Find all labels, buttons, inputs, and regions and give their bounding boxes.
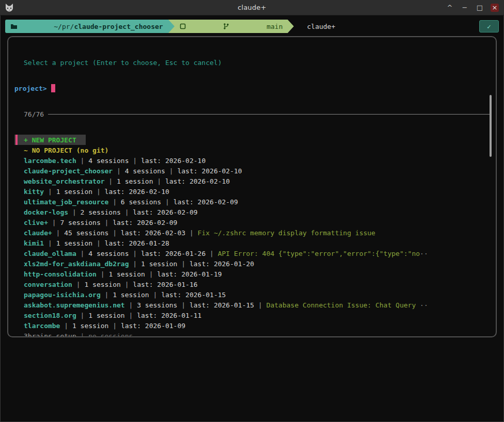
separator: | bbox=[92, 239, 104, 247]
terminal-content: ~/pr/claude-project_chooser bbox=[0, 15, 504, 422]
project-name: larcombe.tech bbox=[24, 157, 76, 165]
separator: | bbox=[48, 219, 60, 226]
project-name: conversation bbox=[24, 281, 72, 288]
separator: | bbox=[101, 291, 113, 299]
prompt-bar: ~/pr/claude-project_chooser bbox=[5, 20, 499, 33]
separator: | bbox=[108, 229, 120, 237]
separator: | bbox=[76, 250, 88, 257]
separator: | bbox=[76, 312, 88, 319]
last-date: last: 2026-02-10 bbox=[177, 167, 242, 175]
list-item[interactable]: section18.org | 1 session | last: 2026-0… bbox=[14, 310, 492, 320]
session-count: no sessions bbox=[88, 332, 133, 338]
session-description: API Error: 404 {"type":"error","error":{… bbox=[218, 250, 420, 257]
shade-button[interactable]: ^ bbox=[446, 4, 454, 12]
project-name: tlarcombe bbox=[24, 322, 60, 330]
list-item[interactable]: http-consolidation | 1 session | last: 2… bbox=[14, 269, 492, 279]
list-item-content: conversation | 1 session | last: 2026-01… bbox=[24, 279, 198, 289]
list-item-content: claude+ | 45 sessions | last: 2026-02-03… bbox=[24, 228, 375, 238]
separator: | bbox=[206, 250, 217, 257]
text-cursor bbox=[51, 84, 55, 92]
list-item-content: docker-logs | 2 sessions | last: 2026-02… bbox=[24, 207, 198, 217]
minimize-button[interactable]: − bbox=[461, 4, 469, 12]
project-list: + NEW PROJECT~ NO PROJECT (no git)larcom… bbox=[14, 135, 492, 337]
git-segment[interactable]: main bbox=[175, 20, 288, 33]
list-item[interactable]: + NEW PROJECT bbox=[14, 135, 492, 145]
list-item[interactable]: clive+ | 7 sessions | last: 2026-02-09 bbox=[14, 217, 492, 228]
project-name: claude_ollama bbox=[24, 250, 76, 257]
item-label: + NEW PROJECT bbox=[24, 136, 76, 144]
list-item[interactable]: 3brains-setup | no sessions bbox=[14, 331, 492, 337]
list-item[interactable]: claude_ollama | 4 sessions | last: 2026-… bbox=[14, 248, 492, 258]
session-count: 1 session bbox=[141, 260, 177, 268]
list-item[interactable]: kitty | 1 session | last: 2026-02-10 bbox=[14, 186, 492, 197]
list-item-content: papagou-isichia.org | 1 session | last: … bbox=[24, 289, 226, 300]
separator-line bbox=[48, 114, 491, 115]
list-item[interactable]: ultimate_job_resource | 6 sessions | las… bbox=[14, 197, 492, 207]
last-date: last: 2026-02-03 bbox=[121, 229, 185, 237]
project-name: section18.org bbox=[24, 312, 76, 319]
counter-line: 76/76 bbox=[14, 109, 492, 119]
list-item-content: http-consolidation | 1 session | last: 2… bbox=[24, 269, 222, 279]
list-item[interactable]: ~ NO PROJECT (no git) bbox=[14, 145, 492, 155]
row-gutter bbox=[14, 166, 24, 176]
list-item-content: larcombe.tech | 4 sessions | last: 2026-… bbox=[24, 155, 206, 166]
check-icon: ✓ bbox=[487, 23, 491, 30]
project-name: askabot.supremegenius.net bbox=[24, 301, 125, 309]
project-name: kitty bbox=[24, 188, 44, 196]
powerline-arrow bbox=[168, 20, 175, 33]
row-gutter bbox=[14, 186, 24, 197]
project-name: docker-logs bbox=[24, 208, 68, 216]
list-item[interactable]: website_orchestrator | 1 session | last:… bbox=[14, 176, 492, 186]
last-date: last: 2026-01-15 bbox=[190, 301, 254, 309]
project-name: claude+ bbox=[24, 229, 52, 237]
git-branch-name: main bbox=[266, 23, 282, 30]
finder-prompt[interactable]: project> bbox=[14, 83, 492, 93]
separator: | bbox=[185, 229, 197, 237]
list-item[interactable]: askabot.supremegenius.net | 3 sessions |… bbox=[14, 300, 492, 310]
scrollbar[interactable] bbox=[490, 95, 492, 157]
separator: | bbox=[254, 301, 266, 309]
status-badge: ✓ bbox=[479, 20, 499, 33]
row-gutter bbox=[14, 207, 24, 217]
separator: | bbox=[97, 270, 108, 278]
list-item-content: claude-project_chooser | 4 sessions | la… bbox=[24, 166, 242, 176]
session-count: 1 session bbox=[108, 270, 145, 278]
separator: | bbox=[165, 167, 177, 175]
list-item-content: section18.org | 1 session | last: 2026-0… bbox=[24, 310, 201, 320]
session-count: 1 session bbox=[88, 312, 124, 319]
list-item[interactable]: larcombe.tech | 4 sessions | last: 2026-… bbox=[14, 155, 492, 166]
session-count: 1 session bbox=[84, 281, 120, 288]
project-name: xls2md-for_askdiana_db2rag bbox=[24, 260, 129, 268]
close-button[interactable]: × bbox=[491, 4, 499, 12]
list-item-content: + NEW PROJECT bbox=[24, 135, 86, 145]
last-date: last: 2026-02-10 bbox=[105, 188, 169, 196]
list-item[interactable]: claude+ | 45 sessions | last: 2026-02-03… bbox=[14, 228, 492, 238]
last-date: last: 2026-02-10 bbox=[165, 177, 230, 185]
project-name: http-consolidation bbox=[24, 270, 97, 278]
list-item[interactable]: claude-project_chooser | 4 sessions | la… bbox=[14, 166, 492, 176]
session-count: 1 session bbox=[56, 188, 92, 196]
separator: | bbox=[108, 198, 120, 206]
session-count: 4 sessions bbox=[125, 167, 165, 175]
truncation-marker: ·· bbox=[416, 301, 428, 309]
list-item-content: tlarcombe | 1 session | last: 2026-01-09 bbox=[24, 320, 185, 331]
last-date: last: 2026-01-20 bbox=[190, 260, 254, 268]
list-item[interactable]: xls2md-for_askdiana_db2rag | 1 session |… bbox=[14, 258, 492, 269]
row-gutter bbox=[14, 258, 24, 269]
maximize-button[interactable]: □ bbox=[476, 4, 484, 12]
row-gutter bbox=[14, 248, 24, 258]
separator: | bbox=[125, 301, 137, 309]
project-name: clive+ bbox=[24, 219, 48, 226]
list-item[interactable]: conversation | 1 session | last: 2026-01… bbox=[14, 279, 492, 289]
cwd-segment[interactable]: ~/pr/claude-project_chooser bbox=[5, 20, 168, 33]
separator: | bbox=[177, 260, 189, 268]
list-item[interactable]: tlarcombe | 1 session | last: 2026-01-09 bbox=[14, 320, 492, 331]
list-item[interactable]: docker-logs | 2 sessions | last: 2026-02… bbox=[14, 207, 492, 217]
separator: | bbox=[108, 322, 120, 330]
list-item-content: website_orchestrator | 1 session | last:… bbox=[24, 176, 230, 186]
window-controls: ^ − □ × bbox=[446, 0, 499, 15]
separator: | bbox=[121, 208, 133, 216]
row-gutter bbox=[14, 310, 24, 320]
list-item[interactable]: papagou-isichia.org | 1 session | last: … bbox=[14, 289, 492, 300]
list-item[interactable]: kimi1 | 1 session | last: 2026-01-28 bbox=[14, 238, 492, 248]
